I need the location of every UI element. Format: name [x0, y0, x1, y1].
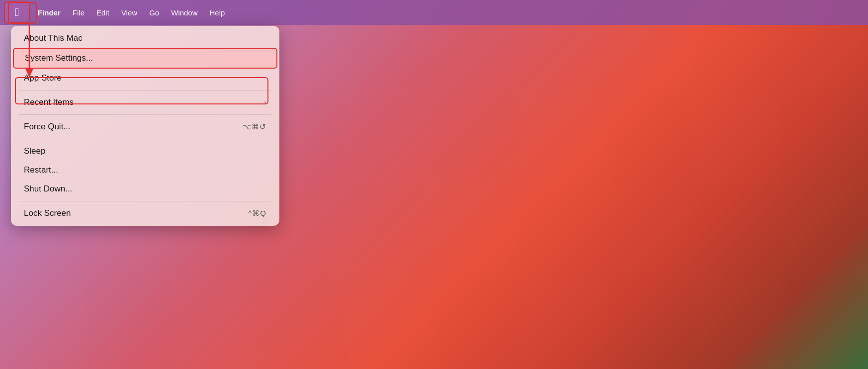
menubar:  Finder File Edit View Go Window Help [0, 0, 868, 25]
menubar-item-finder[interactable]: Finder [32, 6, 67, 19]
force-quit-shortcut: ⌥⌘↺ [243, 122, 266, 131]
menu-item-system-settings-label: System Settings... [25, 53, 93, 63]
menubar-item-file[interactable]: File [67, 6, 90, 19]
menubar-item-go[interactable]: Go [143, 6, 165, 19]
menubar-item-view[interactable]: View [115, 6, 143, 19]
apple-dropdown-menu: About This Mac System Settings... App St… [11, 26, 279, 226]
menubar-item-help[interactable]: Help [204, 6, 231, 19]
menu-item-shut-down[interactable]: Shut Down... [13, 180, 277, 198]
menu-item-about-label: About This Mac [24, 33, 83, 43]
separator-2 [19, 114, 271, 115]
menu-item-lock-screen[interactable]: Lock Screen ^⌘Q [13, 204, 277, 223]
lock-screen-shortcut: ^⌘Q [248, 209, 266, 218]
menu-item-force-quit[interactable]: Force Quit... ⌥⌘↺ [13, 117, 277, 136]
menu-item-shut-down-label: Shut Down... [24, 184, 72, 194]
menu-item-system-settings[interactable]: System Settings... [13, 48, 277, 69]
menu-item-recent-items[interactable]: Recent Items › [13, 93, 277, 112]
apple-logo-icon:  [15, 7, 19, 18]
menu-item-restart-label: Restart... [24, 165, 58, 175]
menu-item-about[interactable]: About This Mac [13, 29, 277, 48]
menu-item-app-store-label: App Store [24, 73, 62, 83]
apple-menu-button[interactable]:  [4, 1, 30, 23]
menubar-item-edit[interactable]: Edit [90, 6, 115, 19]
separator-4 [19, 201, 271, 201]
menu-item-app-store[interactable]: App Store [13, 69, 277, 88]
menu-item-recent-items-label: Recent Items [24, 97, 74, 107]
menu-item-sleep-label: Sleep [24, 146, 45, 156]
menubar-item-window[interactable]: Window [165, 6, 203, 19]
chevron-right-icon: › [264, 98, 266, 106]
separator-1 [19, 90, 271, 91]
menu-item-lock-screen-label: Lock Screen [24, 208, 71, 218]
separator-3 [19, 139, 271, 139]
menu-item-restart[interactable]: Restart... [13, 161, 277, 180]
menu-item-sleep[interactable]: Sleep [13, 142, 277, 161]
menu-item-force-quit-label: Force Quit... [24, 122, 71, 132]
